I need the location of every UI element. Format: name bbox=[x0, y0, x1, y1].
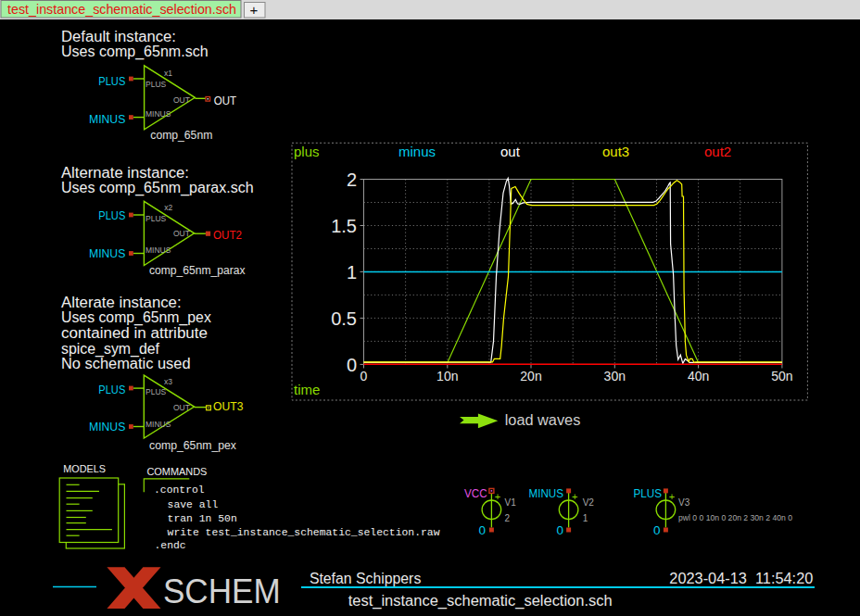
svg-text:out2: out2 bbox=[704, 144, 731, 159]
svg-text:PLUS: PLUS bbox=[98, 383, 125, 396]
svg-text:V3: V3 bbox=[678, 497, 690, 508]
svg-text:30n: 30n bbox=[604, 369, 626, 383]
svg-text:PLUS: PLUS bbox=[145, 80, 167, 89]
svg-text:test_instance_schematic_select: test_instance_schematic_selection.sch bbox=[7, 2, 236, 17]
svg-text:PLUS: PLUS bbox=[145, 214, 167, 223]
svg-text:PLUS: PLUS bbox=[633, 486, 662, 500]
svg-text:1: 1 bbox=[347, 262, 357, 283]
svg-text:+: + bbox=[250, 2, 259, 18]
svg-text:PLUS: PLUS bbox=[98, 75, 125, 88]
svg-text:OUT: OUT bbox=[214, 94, 237, 107]
svg-text:MODELS: MODELS bbox=[63, 463, 106, 474]
svg-text:MINUS: MINUS bbox=[145, 245, 171, 255]
svg-text:0: 0 bbox=[556, 523, 563, 537]
svg-text:0: 0 bbox=[653, 523, 661, 537]
svg-text:Uses comp_65nm.sch: Uses comp_65nm.sch bbox=[61, 44, 209, 60]
svg-text:Alternate instance:: Alternate instance: bbox=[61, 165, 189, 181]
svg-text:x1: x1 bbox=[164, 69, 172, 78]
svg-text:MINUS: MINUS bbox=[145, 109, 171, 119]
svg-text:MINUS: MINUS bbox=[145, 420, 171, 429]
svg-text:spice_sym_def: spice_sym_def bbox=[61, 341, 160, 358]
svg-text:1: 1 bbox=[583, 513, 588, 523]
svg-text:V1: V1 bbox=[505, 497, 517, 508]
svg-text:comp_65nm: comp_65nm bbox=[150, 129, 212, 142]
svg-text:OUT: OUT bbox=[173, 95, 190, 105]
svg-text:40n: 40n bbox=[688, 369, 709, 383]
svg-text:test_instance_schematic_select: test_instance_schematic_selection.sch bbox=[348, 593, 613, 610]
svg-text:comp_65nm_pex: comp_65nm_pex bbox=[149, 439, 237, 452]
svg-text:load waves: load waves bbox=[505, 412, 581, 428]
svg-text:minus: minus bbox=[398, 144, 436, 159]
svg-text:Stefan Schippers: Stefan Schippers bbox=[310, 571, 421, 586]
svg-text:OUT2: OUT2 bbox=[213, 229, 242, 242]
svg-text:20n: 20n bbox=[520, 369, 541, 383]
svg-text:+: + bbox=[572, 491, 577, 502]
svg-text:plus: plus bbox=[294, 144, 320, 159]
svg-text:MINUS: MINUS bbox=[529, 486, 564, 500]
svg-text:SCHEM: SCHEM bbox=[163, 572, 281, 610]
svg-text:.endc: .endc bbox=[155, 540, 186, 551]
svg-text:MINUS: MINUS bbox=[89, 247, 125, 260]
svg-text:.control: .control bbox=[154, 484, 205, 496]
svg-text:time: time bbox=[294, 382, 320, 397]
svg-text:No schematic used: No schematic used bbox=[61, 356, 191, 371]
svg-text:+: + bbox=[495, 491, 500, 502]
svg-text:x2: x2 bbox=[164, 203, 172, 212]
svg-text:OUT: OUT bbox=[173, 229, 190, 238]
svg-text:Uses comp_65nm_parax.sch: Uses comp_65nm_parax.sch bbox=[61, 180, 254, 196]
svg-text:1.5: 1.5 bbox=[331, 216, 357, 236]
svg-text:MINUS: MINUS bbox=[89, 113, 125, 126]
svg-text:save all: save all bbox=[168, 499, 219, 510]
svg-text:Alterate instance:: Alterate instance: bbox=[61, 295, 182, 310]
svg-text:Default instance:: Default instance: bbox=[61, 29, 176, 44]
svg-text:tran 1n 50n: tran 1n 50n bbox=[168, 513, 237, 524]
svg-text:out: out bbox=[500, 144, 521, 159]
svg-text:COMMANDS: COMMANDS bbox=[146, 466, 207, 477]
svg-text:OUT3: OUT3 bbox=[213, 400, 244, 413]
svg-text:2: 2 bbox=[505, 513, 511, 523]
svg-text:+: + bbox=[669, 491, 675, 502]
svg-text:contained in attribute: contained in attribute bbox=[61, 325, 208, 341]
svg-text:MINUS: MINUS bbox=[89, 421, 125, 434]
svg-text:50n: 50n bbox=[771, 369, 792, 383]
svg-text:10n: 10n bbox=[436, 369, 458, 383]
svg-text:pwl 0 0 10n 0 20n 2 30n 2 40n: pwl 0 0 10n 0 20n 2 30n 2 40n 0 bbox=[678, 513, 792, 522]
svg-text:2023-04-13 11:54:20: 2023-04-13 11:54:20 bbox=[669, 571, 813, 586]
svg-text:V2: V2 bbox=[583, 497, 595, 508]
svg-text:x3: x3 bbox=[164, 377, 172, 386]
svg-text:2: 2 bbox=[347, 170, 357, 190]
svg-text:0: 0 bbox=[360, 369, 368, 383]
svg-text:0.5: 0.5 bbox=[331, 308, 357, 329]
svg-text:0: 0 bbox=[478, 523, 486, 537]
svg-text:write test_instance_schematic_: write test_instance_schematic_selection.… bbox=[168, 527, 440, 538]
svg-text:PLUS: PLUS bbox=[145, 387, 167, 396]
svg-text:VCC: VCC bbox=[464, 486, 487, 500]
svg-text:PLUS: PLUS bbox=[98, 209, 125, 222]
svg-text:comp_65nm_parax: comp_65nm_parax bbox=[149, 264, 246, 277]
svg-text:out3: out3 bbox=[602, 144, 629, 159]
svg-text:Uses comp_65nm_pex: Uses comp_65nm_pex bbox=[61, 309, 211, 326]
svg-text:0: 0 bbox=[347, 355, 357, 375]
svg-text:OUT: OUT bbox=[173, 403, 190, 412]
